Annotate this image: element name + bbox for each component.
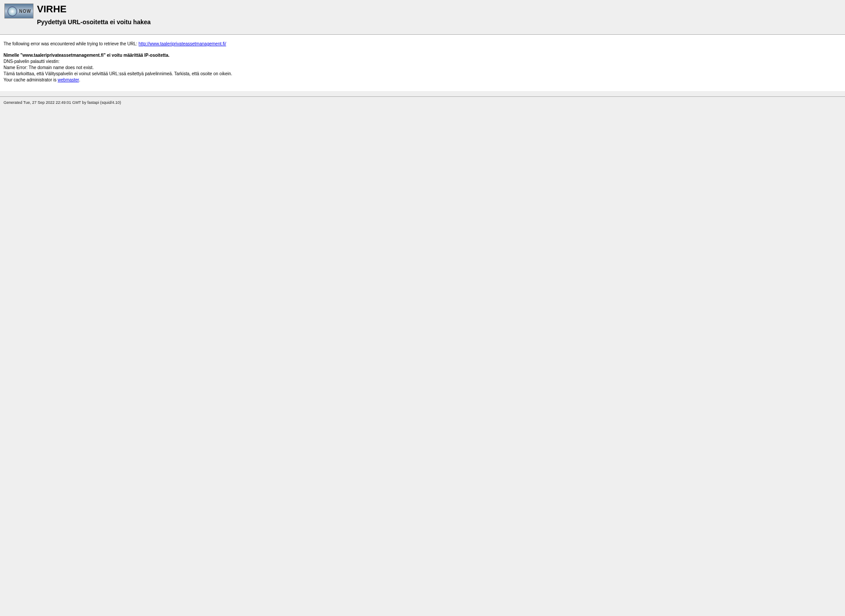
page-footer: Generated Tue, 27 Sep 2022 22:49:01 GMT … xyxy=(0,97,845,108)
dns-return-label: DNS-palvelin palautti viestin: xyxy=(4,59,841,65)
webmaster-link[interactable]: webmaster xyxy=(58,77,79,82)
admin-prefix: Your cache administrator is xyxy=(4,77,58,82)
error-content: The following error was encountered whil… xyxy=(0,35,845,91)
header-text-block: VIRHE Pyydettyä URL-osoitetta ei voitu h… xyxy=(37,4,151,26)
page-header: NOW VIRHE Pyydettyä URL-osoitetta ei voi… xyxy=(0,0,845,29)
logo-text: NOW xyxy=(19,9,31,14)
generated-timestamp: Generated Tue, 27 Sep 2022 22:49:01 GMT … xyxy=(4,100,121,105)
error-subtitle: Pyydettyä URL-osoitetta ei voitu hakea xyxy=(37,18,151,26)
error-intro-line: The following error was encountered whil… xyxy=(4,41,841,47)
error-prefix: The following error was encountered whil… xyxy=(4,41,139,46)
dns-error-message: Nimelle "www.taaleriprivateassetmanageme… xyxy=(4,52,841,59)
error-explanation: Tämä tarkoittaa, että Välityspalvelin ei… xyxy=(4,71,841,77)
admin-suffix: . xyxy=(79,77,80,82)
error-title: VIRHE xyxy=(37,4,151,15)
failed-url-link[interactable]: http://www.taaleriprivateassetmanagement… xyxy=(139,41,226,46)
dns-name-error: Name Error: The domain name does not exi… xyxy=(4,65,841,71)
squid-logo: NOW xyxy=(4,4,33,18)
admin-contact-line: Your cache administrator is webmaster. xyxy=(4,77,841,83)
